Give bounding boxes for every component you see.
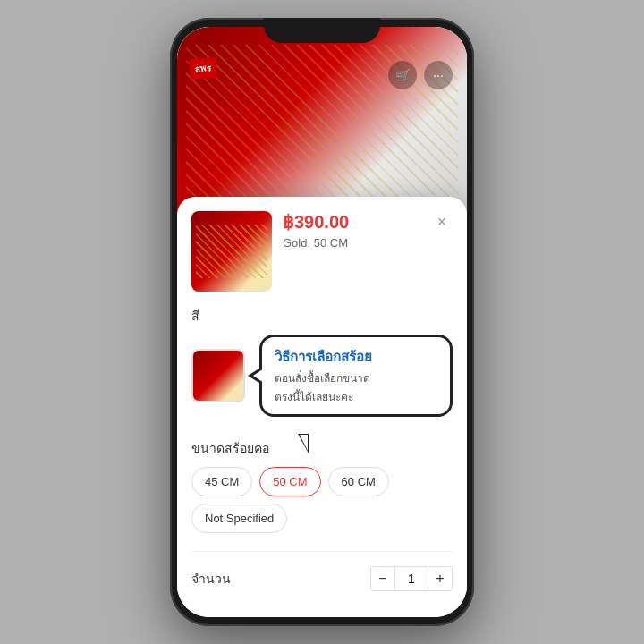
product-price: ฿390.00	[283, 211, 431, 233]
modal-header: ฿390.00 Gold, 50 CM ×	[191, 211, 453, 292]
product-variant: Gold, 50 CM	[283, 236, 431, 250]
phone-notch	[264, 18, 380, 43]
phone-screen: สพร 🛒 ··· ฿390.00 Gold, 50 CM ×	[177, 27, 467, 617]
size-label: ขนาดสร้อยคอ	[191, 438, 453, 458]
product-thumbnail	[191, 211, 272, 292]
size-btn-45cm[interactable]: 45 CM	[191, 467, 252, 496]
quantity-decrease-button[interactable]: −	[370, 566, 395, 591]
size-options: 45 CM 50 CM 60 CM Not Specified	[191, 467, 453, 533]
color-swatch-gold[interactable]	[191, 349, 245, 402]
quantity-section: จำนวน − 1 +	[191, 551, 453, 591]
product-background: สพร 🛒 ···	[177, 27, 467, 224]
phone-frame: สพร 🛒 ··· ฿390.00 Gold, 50 CM ×	[170, 18, 474, 626]
size-section: ขนาดสร้อยคอ 45 CM 50 CM 60 CM Not Specif…	[191, 438, 453, 533]
bubble-text-line2: ตรงนี้ได้เลยนะคะ	[275, 389, 437, 405]
size-btn-50cm[interactable]: 50 CM	[259, 467, 320, 496]
size-btn-60cm[interactable]: 60 CM	[328, 467, 389, 496]
speech-bubble: วิธีการเลือกสร้อย ตอนสั่งซื้อเลือกขนาด ต…	[259, 335, 453, 417]
quantity-controls: − 1 +	[370, 566, 453, 591]
product-modal: ฿390.00 Gold, 50 CM × สี วิธีการเลือกสร้…	[177, 197, 467, 617]
top-bar: 🛒 ···	[177, 54, 467, 97]
product-info: ฿390.00 Gold, 50 CM	[272, 211, 431, 250]
bubble-title: วิธีการเลือกสร้อย	[275, 346, 437, 368]
color-section: สี วิธีการเลือกสร้อย ตอนสั่งซื้อเลือกขนา…	[191, 306, 453, 417]
quantity-label: จำนวน	[191, 569, 231, 589]
bubble-text-line1: ตอนสั่งซื้อเลือกขนาด	[275, 370, 437, 386]
quantity-increase-button[interactable]: +	[428, 566, 453, 591]
quantity-value: 1	[395, 566, 428, 591]
color-label: สี	[191, 306, 453, 326]
color-swatch-row: วิธีการเลือกสร้อย ตอนสั่งซื้อเลือกขนาด ต…	[191, 335, 453, 417]
size-btn-not-specified[interactable]: Not Specified	[191, 504, 287, 533]
more-icon[interactable]: ···	[424, 61, 453, 89]
close-button[interactable]: ×	[431, 211, 453, 233]
cart-icon[interactable]: 🛒	[388, 61, 417, 89]
app-background: สพร 🛒 ··· ฿390.00 Gold, 50 CM ×	[177, 27, 467, 617]
